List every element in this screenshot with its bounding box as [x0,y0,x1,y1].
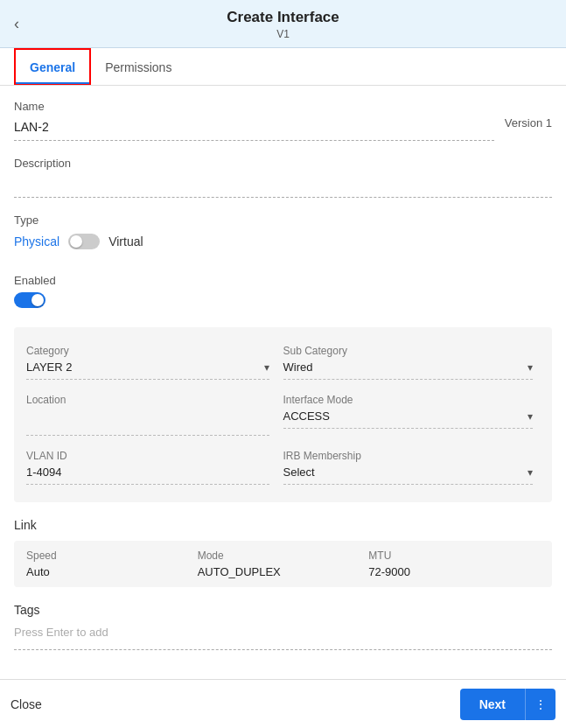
subcategory-dropdown[interactable]: Wired ▾ [283,360,534,380]
type-toggle-row: Physical Virtual [14,230,552,255]
mode-value: AUTO_DUPLEX [198,565,369,578]
description-label: Description [14,157,552,170]
enabled-knob [31,294,44,306]
tags-title: Tags [14,603,552,617]
back-button[interactable]: ‹ [14,15,19,33]
tags-input[interactable]: Press Enter to add [14,626,552,650]
mode-cell: Mode AUTO_DUPLEX [198,550,369,578]
subcategory-chevron: ▾ [528,361,533,374]
irb-chevron: ▾ [528,466,533,479]
interface-mode-dropdown[interactable]: ACCESS ▾ [283,410,534,429]
irb-label: IRB Membership [283,450,534,462]
location-cell: Location [26,387,283,443]
enabled-label: Enabled [14,274,552,287]
type-virtual-label: Virtual [108,234,143,248]
location-label: Location [26,394,269,406]
category-chevron: ▾ [264,361,269,374]
speed-cell: Speed Auto [26,550,198,578]
link-card: Speed Auto Mode AUTO_DUPLEX MTU 72-9000 [14,541,552,587]
more-options-icon: ⋮ [535,697,547,711]
type-label: Type [14,214,552,227]
close-button[interactable]: Close [10,697,42,711]
subcategory-cell: Sub Category Wired ▾ [283,338,541,387]
type-toggle[interactable] [68,234,100,249]
description-field[interactable] [14,173,552,198]
tags-group: Tags Press Enter to add [14,603,552,650]
form-content: Name LAN-2 Version 1 Description Type Ph… [0,86,566,672]
footer-right: Next ⋮ [460,689,556,720]
name-label: Name [14,100,494,113]
interface-mode-chevron: ▾ [528,410,533,423]
page-title: Create Interface [14,9,552,26]
tab-general[interactable]: General [14,48,91,85]
category-dropdown[interactable]: LAYER 2 ▾ [26,360,269,380]
mtu-label: MTU [368,550,540,562]
mode-label: Mode [198,550,369,562]
interface-mode-label: Interface Mode [283,394,534,406]
mtu-cell: MTU 72-9000 [368,550,540,578]
tab-permissions[interactable]: Permissions [91,48,185,85]
name-row: Name LAN-2 Version 1 [14,100,552,141]
subcategory-label: Sub Category [283,345,534,357]
toggle-knob [70,235,82,248]
type-group: Type Physical Virtual [14,214,552,255]
header: ‹ Create Interface V1 [0,0,566,48]
speed-value: Auto [26,565,198,578]
irb-dropdown[interactable]: Select ▾ [283,466,534,485]
interface-mode-cell: Interface Mode ACCESS ▾ [283,387,541,443]
config-card: Category LAYER 2 ▾ Sub Category Wired ▾ … [14,327,552,502]
type-physical-label: Physical [14,234,59,248]
location-field[interactable] [26,410,269,436]
link-section: Link Speed Auto Mode AUTO_DUPLEX MTU 72-… [14,518,552,587]
footer: Close Next ⋮ [0,679,566,728]
page-subtitle: V1 [14,28,552,40]
link-title: Link [14,518,552,532]
enabled-toggle[interactable] [14,292,45,308]
enabled-group: Enabled [14,270,552,312]
version-label: Version 1 [505,116,552,130]
back-icon: ‹ [14,15,19,33]
vlan-label: VLAN ID [26,450,269,462]
more-options-button[interactable]: ⋮ [525,689,556,720]
tab-bar: General Permissions [0,48,566,86]
tags-placeholder: Press Enter to add [14,626,108,639]
category-cell: Category LAYER 2 ▾ [26,338,283,387]
next-button[interactable]: Next [460,689,525,720]
irb-cell: IRB Membership Select ▾ [283,443,541,492]
name-field[interactable]: LAN-2 [14,116,494,141]
category-label: Category [26,345,269,357]
speed-label: Speed [26,550,198,562]
description-group: Description [14,157,552,198]
mtu-value: 72-9000 [368,565,540,578]
vlan-field[interactable]: 1-4094 [26,466,269,485]
vlan-cell: VLAN ID 1-4094 [26,443,283,492]
